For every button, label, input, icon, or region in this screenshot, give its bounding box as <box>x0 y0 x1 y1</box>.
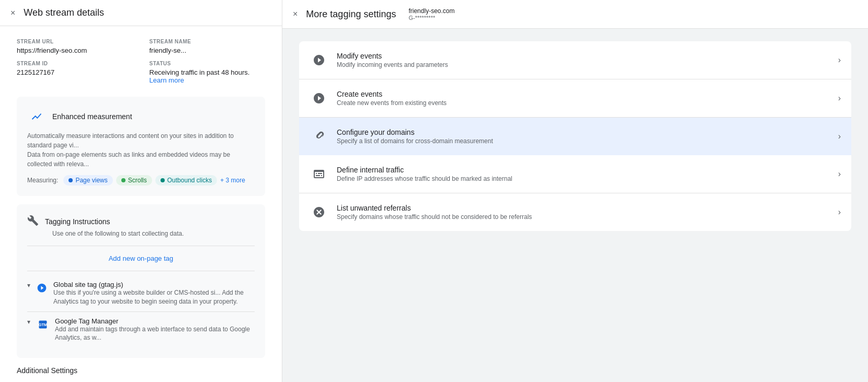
create-events-desc: Create new events from existing events <box>337 99 838 107</box>
global-tag-info: Global site tag (gtag.js) Use this if yo… <box>53 281 255 306</box>
configure-domains-icon <box>310 127 328 146</box>
gtm-row[interactable]: ▾ GTM Google Tag Manager Add and maintai… <box>27 312 255 348</box>
more-badges-link[interactable]: + 3 more <box>220 177 245 184</box>
define-internal-traffic-chevron: › <box>838 169 841 179</box>
global-tag-desc: Use this if you're using a website build… <box>53 288 255 306</box>
modify-events-item[interactable]: Modify events Modify incoming events and… <box>299 41 851 79</box>
define-internal-traffic-title: Define internal traffic <box>337 166 838 174</box>
additional-settings-title: Additional Settings <box>17 366 265 375</box>
site-name: friendly-seo.com <box>408 7 454 15</box>
gtm-icon: GTM <box>37 317 49 332</box>
modify-events-title: Modify events <box>337 52 838 60</box>
learn-more-link[interactable]: Learn more <box>150 76 184 84</box>
right-panel-title: More tagging settings <box>306 9 396 20</box>
tagging-title: Tagging Instructions <box>45 217 110 226</box>
list-unwanted-referrals-desc: Specify domains whose traffic should not… <box>337 213 838 221</box>
left-panel-header: × Web stream details <box>0 0 282 26</box>
ga-id: G-********* <box>408 15 454 21</box>
define-internal-traffic-desc: Define IP addresses whose traffic should… <box>337 175 838 182</box>
modify-events-info: Modify events Modify incoming events and… <box>337 52 838 68</box>
scrolls-dot <box>121 178 125 182</box>
list-unwanted-referrals-chevron: › <box>838 207 841 217</box>
tagging-icon <box>27 215 39 228</box>
left-panel-content: STREAM URL https://friendly-seo.com STRE… <box>0 26 282 382</box>
page-views-label: Page views <box>75 177 107 184</box>
modify-events-chevron: › <box>838 55 841 65</box>
stream-name-block: STREAM NAME friendly-se... <box>150 39 266 54</box>
measuring-label: Measuring: <box>27 177 58 184</box>
stream-id-block: STREAM ID 2125127167 <box>17 61 133 84</box>
list-unwanted-referrals-icon <box>310 203 328 222</box>
configure-domains-desc: Specify a list of domains for cross-doma… <box>337 137 838 145</box>
tagging-instructions-card: Tagging Instructions Use one of the foll… <box>17 204 265 358</box>
tagging-header: Tagging Instructions <box>27 215 255 228</box>
outbound-clicks-label: Outbound clicks <box>167 177 212 184</box>
right-close-button[interactable]: × <box>293 9 298 19</box>
right-header-sub: friendly-seo.com G-********* <box>408 7 454 21</box>
create-events-info: Create events Create new events from exi… <box>337 90 838 107</box>
right-panel: × More tagging settings friendly-seo.com… <box>282 0 868 382</box>
scrolls-label: Scrolls <box>128 177 147 184</box>
enhanced-measurement-title: Enhanced measurement <box>52 112 132 121</box>
create-events-icon <box>310 89 328 108</box>
stream-url-block: STREAM URL https://friendly-seo.com <box>17 39 133 54</box>
list-unwanted-referrals-item[interactable]: List unwanted referrals Specify domains … <box>299 193 851 231</box>
stream-id-value: 2125127167 <box>17 68 133 76</box>
left-panel-title: Web stream details <box>24 7 104 18</box>
right-panel-content: Modify events Modify incoming events and… <box>282 29 868 382</box>
stream-status-block: STATUS Receiving traffic in past 48 hour… <box>150 61 266 84</box>
enhanced-measurement-icon <box>27 107 46 126</box>
gtm-chevron: ▾ <box>27 318 30 326</box>
configure-domains-title: Configure your domains <box>337 128 838 136</box>
page-views-badge[interactable]: Page views <box>63 175 112 186</box>
left-panel: × Web stream details STREAM URL https://… <box>0 0 282 382</box>
define-internal-traffic-icon <box>310 165 328 183</box>
outbound-clicks-badge[interactable]: Outbound clicks <box>155 175 217 186</box>
stream-status-value: Receiving traffic in past 48 hours. Lear… <box>150 68 266 84</box>
stream-id-label: STREAM ID <box>17 61 133 66</box>
list-unwanted-referrals-title: List unwanted referrals <box>337 204 838 212</box>
stream-url-value: https://friendly-seo.com <box>17 47 133 54</box>
gtm-desc: Add and maintain tags through a web inte… <box>55 325 255 343</box>
global-tag-chevron: ▾ <box>27 282 30 289</box>
configure-domains-wrapper: Configure your domains Specify a list of… <box>299 118 851 155</box>
list-unwanted-referrals-info: List unwanted referrals Specify domains … <box>337 204 838 221</box>
scrolls-badge[interactable]: Scrolls <box>116 175 152 186</box>
tagging-desc: Use one of the following to start collec… <box>52 230 255 237</box>
settings-list: Modify events Modify incoming events and… <box>299 41 851 231</box>
create-events-chevron: › <box>838 94 841 103</box>
stream-url-label: STREAM URL <box>17 39 133 44</box>
measuring-row: Measuring: Page views Scrolls Outbound c… <box>27 175 255 186</box>
additional-settings-section: Additional Settings Connected Site Tags … <box>17 366 265 382</box>
global-tag-name: Global site tag (gtag.js) <box>53 281 255 288</box>
modify-events-icon <box>310 51 328 70</box>
gtm-info: Google Tag Manager Add and maintain tags… <box>55 317 255 343</box>
configure-domains-info: Configure your domains Specify a list of… <box>337 128 838 145</box>
add-tag-link[interactable]: Add new on-page tag <box>27 250 255 267</box>
stream-name-label: STREAM NAME <box>150 39 266 44</box>
outbound-clicks-dot <box>161 178 165 182</box>
left-close-button[interactable]: × <box>10 8 15 18</box>
svg-text:GTM: GTM <box>38 322 47 327</box>
create-events-item[interactable]: Create events Create new events from exi… <box>299 79 851 118</box>
global-tag-icon <box>37 281 47 295</box>
enhanced-measurement-card: Enhanced measurement Automatically measu… <box>17 97 265 196</box>
stream-name-value: friendly-se... <box>150 47 266 54</box>
create-events-title: Create events <box>337 90 838 98</box>
stream-info-section: STREAM URL https://friendly-seo.com STRE… <box>17 39 265 84</box>
right-panel-header: × More tagging settings friendly-seo.com… <box>282 0 868 29</box>
modify-events-desc: Modify incoming events and parameters <box>337 61 838 68</box>
page-views-dot <box>68 178 73 182</box>
gtm-name: Google Tag Manager <box>55 317 255 325</box>
define-internal-traffic-info: Define internal traffic Define IP addres… <box>337 166 838 182</box>
configure-domains-item[interactable]: Configure your domains Specify a list of… <box>299 118 851 155</box>
global-site-tag-row[interactable]: ▾ Global site tag (gtag.js) Use this if … <box>27 275 255 312</box>
enhanced-measurement-desc: Automatically measure interactions and c… <box>27 131 255 169</box>
define-internal-traffic-item[interactable]: Define internal traffic Define IP addres… <box>299 155 851 193</box>
enhanced-measurement-header: Enhanced measurement <box>27 107 255 126</box>
configure-domains-chevron: › <box>838 132 841 141</box>
stream-status-label: STATUS <box>150 61 266 66</box>
